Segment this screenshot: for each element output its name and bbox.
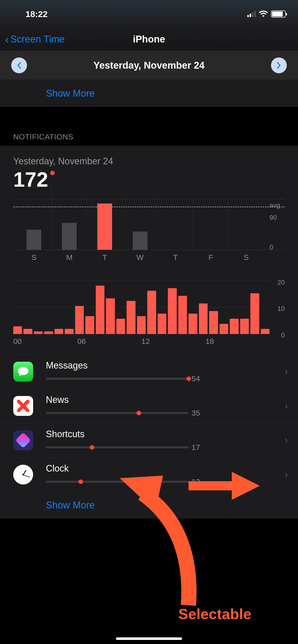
app-count: 17 xyxy=(192,443,200,452)
hour-bar xyxy=(240,319,249,334)
chevron-left-icon: ‹ xyxy=(5,33,9,46)
next-day-button[interactable] xyxy=(271,57,287,73)
back-button[interactable]: ‹ Screen Time xyxy=(5,33,65,46)
hour-bar xyxy=(75,306,84,334)
date-selector: Yesterday, November 24 xyxy=(0,51,298,80)
hour-bar xyxy=(250,293,259,334)
hour-bar xyxy=(168,288,177,334)
hour-bar xyxy=(96,286,104,334)
app-row-news[interactable]: News 35 › xyxy=(0,389,298,423)
app-row-clock[interactable]: Clock 13 › xyxy=(0,457,298,492)
weekly-y-axis: avg 90 0 xyxy=(269,199,285,250)
hour-bar xyxy=(55,329,63,334)
app-name: News xyxy=(46,394,288,405)
hour-bar xyxy=(23,329,32,334)
weekly-chart[interactable]: avg 90 0 SMTWTFS xyxy=(13,199,285,265)
weekly-x-axis: SMTWTFS xyxy=(13,250,267,262)
chevron-right-icon: › xyxy=(285,435,288,446)
annotation-label: Selectable xyxy=(178,605,251,622)
status-time: 18:22 xyxy=(25,9,48,19)
back-label: Screen Time xyxy=(10,34,65,45)
clock-app-icon xyxy=(13,465,33,485)
wifi-icon xyxy=(259,10,268,18)
show-more-row-bottom[interactable]: Show More xyxy=(0,492,298,519)
hour-bar xyxy=(199,303,208,334)
home-indicator[interactable] xyxy=(116,637,182,640)
app-name: Clock xyxy=(46,463,288,474)
status-icons xyxy=(247,10,286,18)
shortcuts-app-icon xyxy=(13,430,33,450)
hour-bar xyxy=(13,326,22,334)
hour-bar xyxy=(34,331,43,334)
week-bar[interactable] xyxy=(62,223,77,250)
hour-bar xyxy=(127,301,135,334)
status-bar: 18:22 xyxy=(0,0,298,28)
app-count: 13 xyxy=(192,477,200,486)
app-bar xyxy=(46,446,188,448)
news-app-icon xyxy=(13,396,33,416)
app-row-messages[interactable]: Messages 54 › xyxy=(0,354,298,389)
hourly-y-axis: 20 10 0 xyxy=(272,281,285,334)
messages-app-icon xyxy=(13,362,33,382)
navbar: ‹ Screen Time iPhone xyxy=(0,28,298,51)
notifications-total: 172 xyxy=(13,168,48,192)
app-list: Messages 54 › News 35 › Shortcuts xyxy=(0,354,298,519)
hour-bar xyxy=(85,316,94,334)
app-bar xyxy=(46,412,188,414)
cellular-icon xyxy=(247,11,256,17)
hour-bar xyxy=(261,329,269,334)
hour-bar xyxy=(158,314,166,334)
app-name: Shortcuts xyxy=(46,429,288,440)
week-bar[interactable] xyxy=(133,231,147,250)
hour-bar xyxy=(65,329,73,334)
selected-date: Yesterday, November 24 xyxy=(93,60,205,71)
week-bar[interactable] xyxy=(97,203,112,250)
app-bar xyxy=(46,378,188,380)
week-bar[interactable] xyxy=(26,230,41,250)
app-count: 54 xyxy=(192,374,200,383)
section-header-notifications: NOTIFICATIONS xyxy=(0,125,298,146)
show-more-row-top[interactable]: Show More xyxy=(0,80,298,107)
app-row-shortcuts[interactable]: Shortcuts 17 › xyxy=(0,423,298,457)
hour-bar xyxy=(230,319,238,334)
hour-bar xyxy=(106,298,115,334)
hour-bar xyxy=(147,291,156,334)
hour-bar xyxy=(178,296,187,334)
hour-bar xyxy=(209,311,218,334)
chevron-right-icon: › xyxy=(285,366,288,377)
chevron-right-icon: › xyxy=(285,401,288,411)
chevron-right-icon: › xyxy=(285,469,288,480)
hour-bar xyxy=(116,319,125,334)
card-subtitle: Yesterday, November 24 xyxy=(13,156,285,167)
app-bar xyxy=(46,481,188,483)
hour-bar xyxy=(137,316,146,334)
indicator-dot-icon xyxy=(50,171,55,175)
prev-day-button[interactable] xyxy=(11,57,27,73)
hourly-chart[interactable]: 20 10 0 00061218 xyxy=(13,281,285,349)
battery-icon xyxy=(271,10,286,18)
hour-bar xyxy=(44,331,53,334)
hourly-x-axis: 00061218 xyxy=(13,337,269,346)
show-more-link: Show More xyxy=(46,500,95,511)
notifications-card: Yesterday, November 24 172 avg 90 0 SMTW… xyxy=(0,146,298,354)
app-count: 35 xyxy=(192,409,200,417)
hour-bar xyxy=(220,324,228,334)
app-name: Messages xyxy=(46,360,288,371)
hour-bar xyxy=(188,314,197,334)
section-gap xyxy=(0,107,298,125)
show-more-link: Show More xyxy=(46,88,95,99)
bottom-area xyxy=(0,598,298,644)
